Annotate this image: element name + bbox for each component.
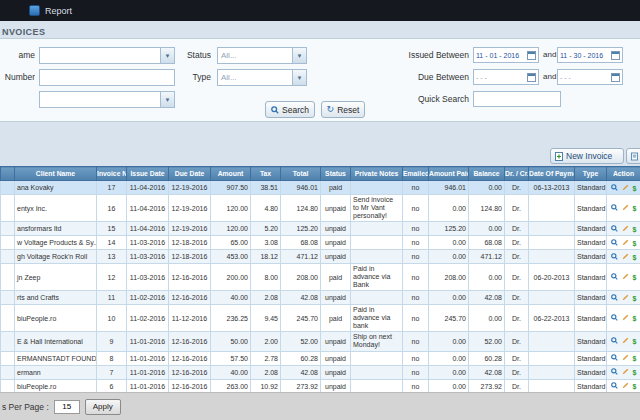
status-cell: paid [321, 181, 351, 195]
column-header-private-notes[interactable]: Private Notes [351, 167, 403, 181]
column-header-tax[interactable]: Tax [251, 167, 281, 181]
new-invoice-button[interactable]: New Invoice [550, 148, 624, 164]
invoice-row[interactable]: ansformars ltd 15 11-04-2016 12-19-2016 … [1, 222, 640, 236]
edit-invoice-icon[interactable] [622, 204, 629, 212]
row-select-cell[interactable] [1, 222, 15, 236]
invoice-row[interactable]: biuPeople.ro 10 11-02-2016 11-12-2016 23… [1, 305, 640, 332]
view-invoice-icon[interactable] [611, 368, 618, 376]
column-header-actions[interactable]: Action [607, 167, 640, 181]
column-header-due-date[interactable]: Due Date [169, 167, 211, 181]
search-button[interactable]: Search [265, 101, 315, 118]
view-invoice-icon[interactable] [611, 314, 618, 322]
view-invoice-icon[interactable] [611, 204, 618, 212]
column-header-invoice-no[interactable]: Invoice No. [97, 167, 127, 181]
row-select-cell[interactable] [1, 379, 15, 393]
view-invoice-icon[interactable] [611, 273, 618, 281]
row-select-cell[interactable] [1, 332, 15, 351]
extra-filter-select[interactable]: ▼ [39, 91, 175, 108]
row-select-cell[interactable] [1, 195, 15, 222]
apply-button[interactable]: Apply [85, 399, 121, 415]
invoice-row[interactable]: entyx Inc. 16 11-04-2016 12-19-2016 120.… [1, 195, 640, 222]
view-invoice-icon[interactable] [611, 239, 618, 247]
payment-icon[interactable]: $ [633, 369, 637, 376]
edit-invoice-icon[interactable] [622, 253, 629, 261]
reset-button[interactable]: ↻ Reset [321, 101, 365, 118]
invoice-row[interactable]: ermann 7 11-01-2016 12-16-2016 40.00 2.0… [1, 365, 640, 379]
calendar-icon[interactable] [611, 51, 620, 60]
payment-icon[interactable]: $ [633, 205, 637, 212]
column-header-issue-date[interactable]: Issue Date [127, 167, 169, 181]
payment-icon[interactable]: $ [633, 185, 637, 192]
calendar-icon[interactable] [527, 73, 536, 82]
payment-icon[interactable]: $ [633, 338, 637, 345]
column-header-status[interactable]: Status [321, 167, 351, 181]
column-header-client-name[interactable]: Client Name [15, 167, 97, 181]
row-select-cell[interactable] [1, 305, 15, 332]
invoice-row[interactable]: E & Hall International 9 11-01-2016 12-1… [1, 332, 640, 351]
payment-icon[interactable]: $ [633, 274, 637, 281]
row-select-cell[interactable] [1, 365, 15, 379]
column-header-amount[interactable]: Amount [211, 167, 251, 181]
invoice-number-input[interactable] [39, 69, 175, 86]
calendar-icon[interactable] [611, 73, 620, 82]
invoice-row[interactable]: ana Kovaky 17 11-04-2016 12-19-2016 907.… [1, 181, 640, 195]
edit-invoice-icon[interactable] [622, 184, 629, 192]
client-name-select[interactable]: ▼ [39, 47, 175, 64]
payment-icon[interactable]: $ [633, 383, 637, 390]
edit-invoice-icon[interactable] [622, 314, 629, 322]
payment-icon[interactable]: $ [633, 295, 637, 302]
column-header-type[interactable]: Type [575, 167, 607, 181]
edit-invoice-icon[interactable] [622, 294, 629, 302]
edit-invoice-icon[interactable] [622, 382, 629, 390]
view-invoice-icon[interactable] [611, 184, 618, 192]
dr-cr-cell: Dr. [505, 250, 529, 264]
payment-icon[interactable]: $ [633, 355, 637, 362]
edit-invoice-icon[interactable] [622, 273, 629, 281]
calendar-icon[interactable] [527, 51, 536, 60]
payment-icon[interactable]: $ [633, 315, 637, 322]
view-invoice-icon[interactable] [611, 382, 618, 390]
row-select-cell[interactable] [1, 291, 15, 305]
column-header-date-of-payment[interactable]: Date Of Payment [529, 167, 575, 181]
quick-search-input[interactable] [473, 91, 561, 107]
row-select-cell[interactable] [1, 264, 15, 291]
view-invoice-icon[interactable] [611, 253, 618, 261]
due-to-date-field[interactable]: - - - [557, 69, 623, 85]
export-button[interactable]: E [626, 148, 640, 164]
column-header-total[interactable]: Total [281, 167, 321, 181]
row-select-cell[interactable] [1, 351, 15, 365]
menu-item-report[interactable]: Report [45, 6, 72, 16]
edit-invoice-icon[interactable] [622, 225, 629, 233]
per-page-input[interactable] [54, 400, 80, 414]
payment-icon[interactable]: $ [633, 254, 637, 261]
column-header-emailed[interactable]: Emailed [403, 167, 429, 181]
due-from-date-field[interactable]: - - - [473, 69, 539, 85]
invoice-row[interactable]: gh Voltage Rock'n Roll 13 11-03-2016 12-… [1, 250, 640, 264]
edit-invoice-icon[interactable] [622, 354, 629, 362]
column-header-select[interactable] [1, 167, 15, 181]
status-select[interactable]: All...▼ [217, 47, 307, 64]
edit-invoice-icon[interactable] [622, 337, 629, 345]
row-select-cell[interactable] [1, 236, 15, 250]
invoice-row[interactable]: jn Zeep 12 11-03-2016 12-16-2016 200.00 … [1, 264, 640, 291]
edit-invoice-icon[interactable] [622, 368, 629, 376]
edit-invoice-icon[interactable] [622, 239, 629, 247]
view-invoice-icon[interactable] [611, 294, 618, 302]
view-invoice-icon[interactable] [611, 225, 618, 233]
column-header-dr-cr[interactable]: Dr. / Cr. [505, 167, 529, 181]
invoice-row[interactable]: rts and Crafts 11 11-02-2016 12-16-2016 … [1, 291, 640, 305]
type-select[interactable]: All...▼ [217, 69, 307, 86]
payment-icon[interactable]: $ [633, 240, 637, 247]
invoice-row[interactable]: ERMANNSTADT FOUNDAT... 8 11-01-2016 12-1… [1, 351, 640, 365]
issued-to-date-field[interactable]: 11 - 30 - 2016 [557, 47, 623, 63]
invoice-row[interactable]: biuPeople.ro 6 11-01-2016 12-16-2016 263… [1, 379, 640, 393]
column-header-balance[interactable]: Balance [469, 167, 505, 181]
column-header-amount-paid[interactable]: Amount Paid [429, 167, 469, 181]
payment-icon[interactable]: $ [633, 226, 637, 233]
issued-from-date-field[interactable]: 11 - 01 - 2016 [473, 47, 539, 63]
row-select-cell[interactable] [1, 250, 15, 264]
view-invoice-icon[interactable] [611, 337, 618, 345]
view-invoice-icon[interactable] [611, 354, 618, 362]
row-select-cell[interactable] [1, 181, 15, 195]
invoice-row[interactable]: w Voltage Products & Sy... 14 11-03-2016… [1, 236, 640, 250]
